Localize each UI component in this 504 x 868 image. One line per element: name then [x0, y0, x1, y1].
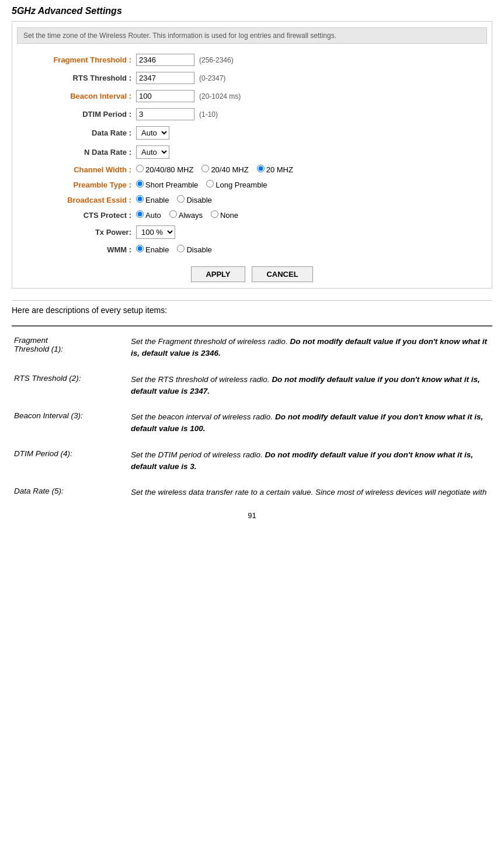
cts-protect-option-always[interactable]: Always — [169, 211, 203, 220]
desc-text-1: Set the RTS threshold of wireless radio.… — [128, 370, 492, 401]
beacon-interval-input[interactable] — [136, 90, 194, 102]
preamble-type-option-long-preamble[interactable]: Long Preamble — [206, 180, 267, 189]
wmm-label: WMM : — [17, 242, 134, 257]
preamble-type-group: Short PreambleLong Preamble — [136, 180, 485, 189]
preamble-type-option-short-preamble[interactable]: Short Preamble — [136, 180, 198, 189]
beacon-interval-label: Beacon Interval : — [17, 87, 134, 105]
desc-label-2: Beacon Interval (3): — [12, 408, 128, 439]
dtim-period-hint: (1-10) — [199, 110, 218, 119]
page-number: 91 — [12, 511, 492, 520]
desc-table: Fragment Threshold (1):Set the Fragment … — [12, 332, 492, 502]
broadcast-essid-group: EnableDisable — [136, 195, 485, 204]
desc-text-3: Set the DTIM period of wireless radio. D… — [128, 446, 492, 477]
descriptions-intro: Here are descriptions of every setup ite… — [12, 305, 492, 315]
desc-text-4: Set the wireless data transfer rate to a… — [128, 483, 492, 502]
cts-protect-label: CTS Protect : — [17, 207, 134, 223]
broadcast-essid-value: EnableDisable — [134, 192, 487, 207]
desc-label-4: Data Rate (5): — [12, 483, 128, 502]
cts-protect-group: AutoAlwaysNone — [136, 210, 485, 220]
descriptions-section: Fragment Threshold (1):Set the Fragment … — [12, 332, 492, 502]
data-rate-select[interactable]: Auto — [136, 126, 169, 140]
desc-spacer-0 — [12, 363, 492, 370]
desc-label-3: DTIM Period (4): — [12, 446, 128, 477]
cts-protect-option-none[interactable]: None — [211, 211, 238, 220]
cts-protect-value: AutoAlwaysNone — [134, 207, 487, 223]
dtim-period-input[interactable] — [136, 108, 194, 120]
tx-power-select[interactable]: 100 % — [136, 225, 175, 239]
data-rate-label: Data Rate : — [17, 123, 134, 143]
preamble-type-label: Preamble Type : — [17, 177, 134, 192]
apply-button[interactable]: APPLY — [191, 266, 245, 282]
wmm-option-disable[interactable]: Disable — [177, 245, 211, 254]
cts-protect-option-auto[interactable]: Auto — [136, 211, 161, 220]
preamble-type-value: Short PreambleLong Preamble — [134, 177, 487, 192]
rts-threshold-label: RTS Threshold : — [17, 69, 134, 87]
fragment-threshold-hint: (256-2346) — [199, 56, 234, 64]
button-row: APPLY CANCEL — [17, 263, 487, 282]
desc-text-2: Set the beacon interval of wireless radi… — [128, 408, 492, 439]
desc-label-0: Fragment Threshold (1): — [12, 332, 128, 363]
fragment-threshold-input[interactable] — [136, 54, 194, 66]
cancel-button[interactable]: CANCEL — [252, 266, 312, 282]
broadcast-essid-option-disable[interactable]: Disable — [177, 196, 211, 204]
beacon-interval-hint: (20-1024 ms) — [199, 92, 241, 100]
wmm-option-enable[interactable]: Enable — [136, 245, 169, 254]
n-data-rate-select[interactable]: Auto — [136, 145, 169, 159]
tx-power-label: Tx Power: — [17, 223, 134, 242]
page-title: 5GHz Advanced Settings — [12, 6, 492, 16]
channel-width-group: 20/40/80 MHZ20/40 MHZ20 MHZ — [136, 165, 485, 174]
desc-label-1: RTS Threshold (2): — [12, 370, 128, 401]
dtim-period-label: DTIM Period : — [17, 105, 134, 123]
n-data-rate-value: Auto — [134, 143, 487, 162]
settings-box: Set the time zone of the Wireless Router… — [12, 21, 492, 289]
dtim-period-value: (1-10) — [134, 105, 487, 123]
channel-width-value: 20/40/80 MHZ20/40 MHZ20 MHZ — [134, 162, 487, 177]
fragment-threshold-value: (256-2346) — [134, 51, 487, 69]
rts-threshold-value: (0-2347) — [134, 69, 487, 87]
wmm-value: EnableDisable — [134, 242, 487, 257]
rts-threshold-input[interactable] — [136, 72, 194, 84]
wmm-group: EnableDisable — [136, 245, 485, 254]
data-rate-value: Auto — [134, 123, 487, 143]
desc-spacer-1 — [12, 401, 492, 408]
desc-spacer-3 — [12, 476, 492, 483]
channel-width-option-20/40-mhz[interactable]: 20/40 MHZ — [201, 165, 248, 174]
channel-width-label: Channel Width : — [17, 162, 134, 177]
notice-bar: Set the time zone of the Wireless Router… — [17, 27, 487, 44]
broadcast-essid-label: Broadcast Essid : — [17, 192, 134, 207]
beacon-interval-value: (20-1024 ms) — [134, 87, 487, 105]
desc-spacer-2 — [12, 439, 492, 446]
broadcast-essid-option-enable[interactable]: Enable — [136, 196, 169, 204]
form-table: Fragment Threshold :(256-2346)RTS Thresh… — [17, 51, 487, 257]
n-data-rate-label: N Data Rate : — [17, 143, 134, 162]
section-divider-top — [12, 300, 492, 301]
channel-width-option-20-mhz[interactable]: 20 MHZ — [257, 165, 293, 174]
tx-power-value: 100 % — [134, 223, 487, 242]
rts-threshold-hint: (0-2347) — [199, 74, 225, 82]
section-divider — [12, 325, 492, 327]
desc-text-0: Set the Fragment threshold of wireless r… — [128, 332, 492, 363]
fragment-threshold-label: Fragment Threshold : — [17, 51, 134, 69]
channel-width-option-20/40/80-mhz[interactable]: 20/40/80 MHZ — [136, 165, 193, 174]
